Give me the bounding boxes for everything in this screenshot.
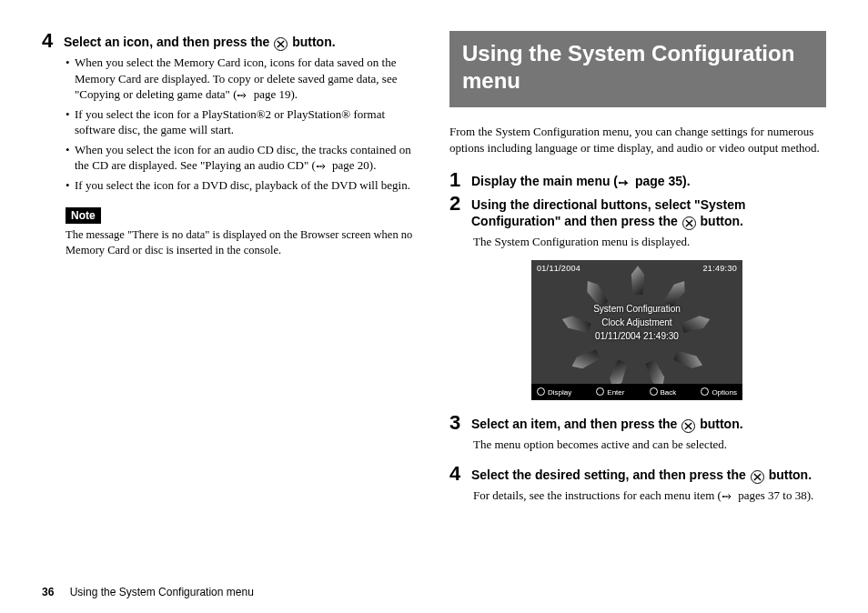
bar-display: Display: [537, 387, 571, 397]
section-title: Using the System Configuration menu: [449, 31, 826, 107]
x-button-icon: [682, 216, 696, 230]
text: Display the main menu (: [471, 174, 618, 188]
text: page 20).: [329, 158, 377, 172]
text: Select the desired setting, and then pre…: [471, 467, 750, 482]
right-step-2: 2 Using the directional buttons, select …: [449, 194, 826, 230]
manual-page: 4 Select an icon, and then press the but…: [0, 0, 868, 582]
x-button-icon: [274, 37, 288, 51]
text: If you select the icon for a PlayStation…: [75, 107, 385, 137]
text: When you select the Memory Card icon, ic…: [75, 55, 397, 101]
text: System Configuration: [593, 302, 681, 316]
step-number: 4: [449, 464, 464, 484]
text: If you select the icon for a DVD disc, p…: [75, 178, 410, 192]
step-4-body: For details, see the instructions for ea…: [473, 487, 826, 504]
right-step-4: 4 Select the desired setting, and then p…: [449, 464, 826, 484]
page-ref-icon: [317, 163, 328, 170]
note-label: Note: [66, 207, 101, 224]
note-text: The message "There is no data" is displa…: [66, 227, 419, 258]
screenshot-screen: 01/11/2004 21:49:30 System Configuration…: [531, 260, 742, 384]
system-config-screenshot: 01/11/2004 21:49:30 System Configuration…: [531, 260, 742, 400]
step-heading: Select an icon, and then press the butto…: [64, 31, 336, 51]
page-footer: 36 Using the System Configuration menu: [42, 586, 254, 598]
right-column: Using the System Configuration menu From…: [449, 31, 826, 582]
text: Select an icon, and then press the: [64, 35, 273, 49]
svg-point-1: [317, 166, 318, 167]
list-item: If you select the icon for a DVD disc, p…: [66, 177, 419, 194]
step-heading: Display the main menu ( page 35).: [471, 170, 691, 190]
step-number: 2: [449, 194, 464, 214]
step-heading: Using the directional buttons, select "S…: [471, 194, 826, 230]
bar-options: Options: [701, 387, 737, 397]
svg-point-3: [722, 496, 724, 497]
screenshot-center-text: System Configuration Clock Adjustment 01…: [593, 302, 681, 343]
page-ref-icon: [237, 92, 248, 99]
text: button.: [700, 417, 742, 431]
text: page 19).: [250, 87, 298, 101]
list-item: When you select the icon for an audio CD…: [66, 142, 419, 174]
text: For details, see the instructions for ea…: [473, 488, 722, 502]
step-4-bullets: When you select the Memory Card icon, ic…: [66, 55, 419, 193]
list-item: When you select the Memory Card icon, ic…: [66, 55, 419, 103]
step-number: 1: [449, 170, 464, 190]
step-number: 3: [449, 413, 464, 433]
svg-point-2: [619, 182, 621, 184]
x-button-icon: [751, 470, 764, 484]
bar-enter: Enter: [596, 387, 624, 397]
x-button-icon: [681, 419, 695, 433]
right-step-3: 3 Select an item, and then press the but…: [449, 413, 826, 433]
text: page 35).: [631, 174, 691, 188]
left-column: 4 Select an icon, and then press the but…: [42, 31, 419, 582]
step-number: 4: [42, 31, 56, 51]
right-step-1: 1 Display the main menu ( page 35).: [449, 170, 826, 190]
text: button.: [292, 35, 335, 49]
text: 01/11/2004 21:49:30: [593, 329, 681, 343]
text: pages 37 to 38).: [735, 488, 813, 502]
text: Clock Adjustment: [593, 316, 681, 329]
text: button.: [701, 214, 743, 228]
page-ref-icon: [722, 493, 733, 500]
footer-title: Using the System Configuration menu: [70, 586, 254, 598]
screenshot-buttonbar: Display Enter Back Options: [531, 384, 742, 400]
section-intro: From the System Configuration menu, you …: [449, 124, 826, 156]
page-number: 36: [42, 586, 54, 598]
page-ref-icon: [619, 179, 630, 186]
step-2-body: The System Configuration menu is display…: [473, 234, 826, 250]
step-heading: Select the desired setting, and then pre…: [471, 464, 812, 484]
left-step-4: 4 Select an icon, and then press the but…: [42, 31, 419, 51]
step-3-body: The menu option becomes active and can b…: [473, 437, 826, 453]
list-item: If you select the icon for a PlayStation…: [66, 106, 419, 138]
text: button.: [769, 467, 812, 482]
step-heading: Select an item, and then press the butto…: [471, 413, 743, 433]
svg-point-0: [237, 95, 239, 96]
bar-back: Back: [650, 387, 677, 397]
text: Select an item, and then press the: [471, 417, 681, 431]
